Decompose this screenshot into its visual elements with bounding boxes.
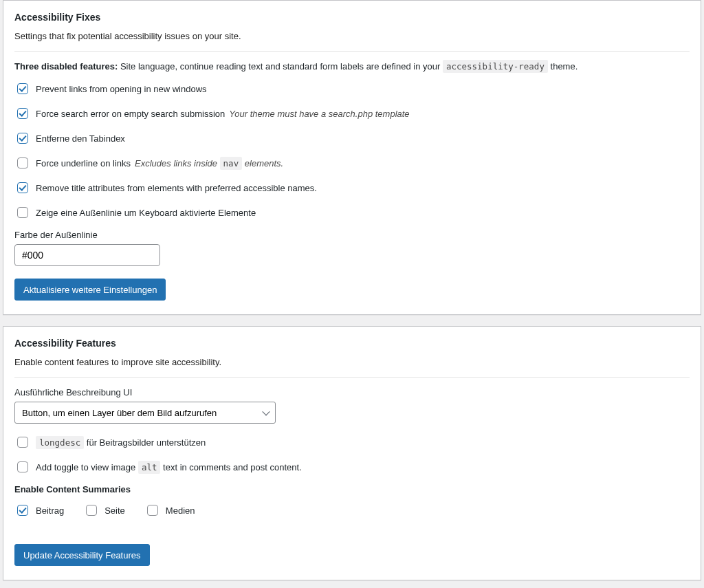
force-search-error-checkbox[interactable]	[17, 108, 28, 119]
panel-description: Settings that fix potential accessibilit…	[14, 31, 690, 41]
option-force-search-error: Force search error on empty search submi…	[14, 106, 690, 121]
settings-page: Accessibility Fixes Settings that fix po…	[0, 0, 704, 588]
option-remove-title-attrs: Remove title attributes from elements wi…	[14, 180, 690, 195]
force-underline-text: Force underline on links	[36, 158, 131, 168]
longdesc-support-checkbox[interactable]	[17, 437, 28, 448]
summary-media-checkbox[interactable]	[147, 505, 158, 516]
disabled-features-text-after: theme.	[548, 61, 578, 72]
remove-tabindex-label[interactable]: Entferne den Tabindex	[14, 131, 125, 146]
disabled-features-code: accessibility-ready	[443, 60, 548, 73]
longdesc-ui-select[interactable]: Button, um einen Layer über dem Bild auf…	[14, 402, 276, 424]
option-remove-tabindex: Entferne den Tabindex	[14, 131, 690, 146]
longdesc-ui-label: Ausführliche Beschreibung UI	[14, 387, 690, 398]
option-alt-toggle: Add toggle to view image alt text in com…	[14, 459, 690, 475]
option-force-underline: Force underline on links Excludes links …	[14, 155, 690, 171]
accessibility-features-panel: Accessibility Features Enable content fe…	[3, 326, 701, 580]
remove-title-attrs-checkbox[interactable]	[17, 182, 28, 193]
force-underline-label[interactable]: Force underline on links	[14, 155, 131, 171]
remove-title-attrs-text: Remove title attributes from elements wi…	[36, 183, 317, 193]
divider	[14, 377, 690, 378]
panel-description: Enable content features to improve site …	[14, 357, 690, 367]
summary-page-checkbox[interactable]	[86, 505, 97, 516]
summary-post-checkbox[interactable]	[17, 505, 28, 516]
force-search-error-text: Force search error on empty search submi…	[36, 109, 225, 119]
outline-color-label: Farbe der Außenlinie	[14, 230, 690, 240]
alt-toggle-text-after: text in comments and post content.	[160, 462, 301, 472]
alt-toggle-label[interactable]: Add toggle to view image alt text in com…	[14, 459, 302, 475]
alt-toggle-code: alt	[138, 461, 161, 474]
panel-heading: Accessibility Features	[14, 338, 690, 349]
force-search-error-note: Your theme must have a search.php templa…	[229, 109, 409, 119]
alt-toggle-checkbox[interactable]	[17, 461, 28, 472]
longdesc-support-text-after: für Beitragsbilder unterstützen	[84, 437, 206, 448]
option-prevent-new-windows: Prevent links from opening in new window…	[14, 81, 690, 96]
longdesc-support-code: longdesc	[36, 436, 84, 449]
prevent-new-windows-label[interactable]: Prevent links from opening in new window…	[14, 81, 207, 96]
show-outline-checkbox[interactable]	[17, 207, 28, 218]
content-summaries-heading: Enable Content Summaries	[14, 484, 690, 494]
force-underline-note-before: Excludes links inside	[135, 158, 220, 168]
alt-toggle-text-before: Add toggle to view image	[36, 462, 138, 472]
summary-media-label[interactable]: Medien	[144, 503, 195, 518]
option-longdesc-support: longdesc für Beitragsbilder unterstützen	[14, 435, 690, 450]
prevent-new-windows-text: Prevent links from opening in new window…	[36, 84, 207, 94]
outline-color-input[interactable]	[14, 244, 160, 266]
summary-post-label[interactable]: Beitrag	[14, 503, 64, 518]
update-features-button[interactable]: Update Accessibility Features	[14, 544, 150, 566]
accessibility-fixes-panel: Accessibility Fixes Settings that fix po…	[3, 0, 701, 315]
remove-tabindex-checkbox[interactable]	[17, 133, 28, 144]
force-search-error-label[interactable]: Force search error on empty search submi…	[14, 106, 225, 121]
summary-media-text: Medien	[166, 505, 195, 516]
longdesc-support-label[interactable]: longdesc für Beitragsbilder unterstützen	[14, 435, 206, 450]
force-underline-note: Excludes links inside nav elements.	[135, 157, 283, 168]
summary-page-text: Seite	[104, 505, 125, 516]
content-summaries-group: Beitrag Seite Medien	[14, 503, 690, 518]
prevent-new-windows-checkbox[interactable]	[17, 83, 28, 94]
option-show-outline: Zeige eine Außenlinie um Keyboard aktivi…	[14, 205, 690, 220]
longdesc-ui-select-wrap: Button, um einen Layer über dem Bild auf…	[14, 402, 276, 424]
disabled-features-lead: Three disabled features:	[14, 61, 120, 72]
panel-heading: Accessibility Fixes	[14, 12, 690, 23]
show-outline-text: Zeige eine Außenlinie um Keyboard aktivi…	[36, 208, 256, 218]
force-underline-note-after: elements.	[242, 158, 283, 168]
summary-post-text: Beitrag	[36, 505, 64, 516]
update-fixes-button[interactable]: Aktualisiere weitere Einstellungen	[14, 279, 166, 301]
disabled-features-note: Three disabled features: Site language, …	[14, 61, 690, 72]
divider	[14, 51, 690, 52]
remove-title-attrs-label[interactable]: Remove title attributes from elements wi…	[14, 180, 317, 195]
force-underline-checkbox[interactable]	[17, 157, 28, 168]
disabled-features-text-before: Site language, continue reading text and…	[120, 61, 443, 72]
force-underline-note-code: nav	[220, 157, 243, 170]
remove-tabindex-text: Entferne den Tabindex	[36, 133, 125, 144]
summary-page-label[interactable]: Seite	[83, 503, 125, 518]
show-outline-label[interactable]: Zeige eine Außenlinie um Keyboard aktivi…	[14, 205, 256, 220]
